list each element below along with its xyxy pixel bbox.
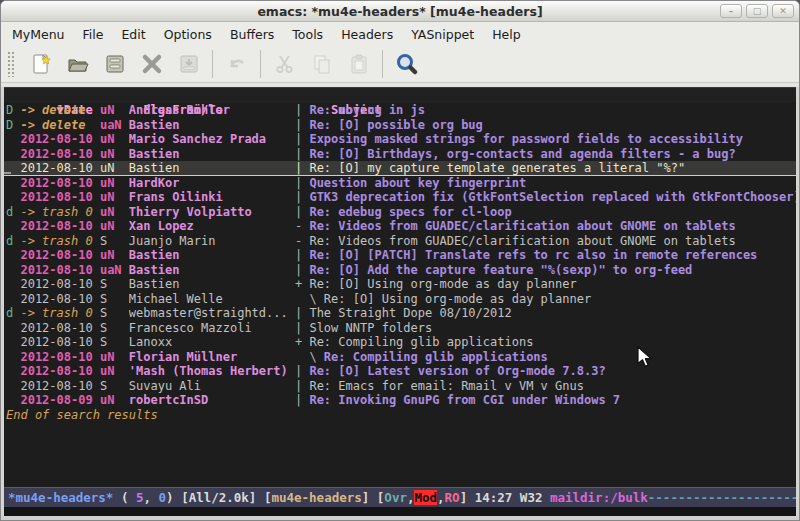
mark-char: d (6, 234, 20, 249)
window-bottom-border (1, 516, 799, 521)
menu-item-yasnippet[interactable]: YASnippet (402, 24, 483, 45)
from-cell: Bastien (129, 263, 288, 278)
message-row[interactable]: 2012-08-10uNBastien | Re: [O] [PATCH] Tr… (4, 248, 796, 263)
emacs-window: emacs: *mu4e-headers* [mu4e-headers] – □… (0, 0, 800, 521)
thread-prefix: \ (288, 350, 324, 365)
thread-prefix: | (288, 161, 310, 176)
copy-icon (309, 51, 335, 77)
from-cell: Andreas Röhler (129, 103, 288, 118)
message-row[interactable]: d-> trash 0uNThierry Volpiatto | Re: ede… (4, 205, 796, 220)
message-row[interactable]: 2012-08-09uNrobertcInSD | Re: Invoking G… (4, 393, 796, 408)
message-row[interactable]: d-> trash 0SJuanjo Marin - Re: Videos fr… (4, 234, 796, 249)
message-row[interactable]: 2012-08-10uN'Mash (Thomas Herbert) | Re:… (4, 364, 796, 379)
message-row[interactable]: 2012-08-10uNBastien | Re: [O] Birthdays,… (4, 147, 796, 162)
mark-char: D (6, 103, 20, 118)
thread-prefix: | (288, 364, 310, 379)
flags-cell: uN (100, 190, 129, 205)
date-cell: 2012-08-10 (20, 379, 99, 394)
menu-item-tools[interactable]: Tools (283, 24, 332, 45)
toolbar-separator (382, 50, 383, 78)
mark-char: D (6, 118, 20, 133)
date-cell: 2012-08-10 (20, 132, 99, 147)
search-icon[interactable] (394, 51, 420, 77)
titlebar[interactable]: emacs: *mu4e-headers* [mu4e-headers] – □… (1, 1, 799, 22)
cut-icon (272, 51, 298, 77)
flags-cell: S (100, 292, 129, 307)
subject-cell: Re: [O] Latest version of Org-mode 7.8.3… (309, 364, 605, 379)
menu-item-headers[interactable]: Headers (332, 24, 402, 45)
subject-cell: Question about key fingerprint (309, 176, 526, 191)
menu-item-mymenu[interactable]: MyMenu (3, 24, 74, 45)
menu-item-file[interactable]: File (74, 24, 113, 45)
mode-line: *mu4e-headers* ( 5, 0) [All/2.0k] [mu4e-… (4, 487, 796, 507)
flags-cell: S (100, 335, 129, 350)
modeline-mode-name: mu4e-headers (271, 490, 361, 505)
message-row[interactable]: 2012-08-10uaNBastien | Re: [O] Add the c… (4, 263, 796, 278)
flags-cell: S (100, 321, 129, 336)
message-row[interactable]: 2012-08-10uNBastien | Re: [O] my capture… (4, 161, 796, 176)
message-row[interactable]: D-> deleteuNAndreas Röhler | Re: moving … (4, 103, 796, 118)
mu4e-headers-buffer[interactable]: ▼DateFlgsFrom/ToSubject D-> deleteuNAndr… (4, 87, 796, 487)
from-cell: Bastien (129, 248, 288, 263)
menu-item-options[interactable]: Options (155, 24, 221, 45)
open-folder-icon[interactable] (65, 51, 91, 77)
minimize-button[interactable]: – (720, 4, 742, 18)
message-row[interactable]: 2012-08-10SMichael Welle \ Re: [O] Using… (4, 292, 796, 307)
date-cell: 2012-08-10 (20, 176, 99, 191)
modeline-ovr: Ovr (384, 490, 407, 505)
menu-item-edit[interactable]: Edit (112, 24, 154, 45)
message-row[interactable]: 2012-08-10SLanoxx + Re: Compiling glib a… (4, 335, 796, 350)
from-cell: Francesco Mazzoli (129, 321, 288, 336)
message-row[interactable]: 2012-08-10uNFlorian Müllner \ Re: Compil… (4, 350, 796, 365)
subject-cell: Re: moving in js (309, 103, 425, 118)
save-icon[interactable] (102, 51, 128, 77)
modeline-plain: ) (166, 490, 181, 505)
menu-item-help[interactable]: Help (483, 24, 530, 45)
thread-prefix: | (288, 205, 310, 220)
date-cell: 2012-08-10 (20, 321, 99, 336)
menu-item-buffers[interactable]: Buffers (221, 24, 283, 45)
thread-prefix: | (288, 321, 310, 336)
message-row[interactable]: 2012-08-10SFrancesco Mazzoli | Slow NNTP… (4, 321, 796, 336)
message-row[interactable]: 2012-08-10SSuvayu Ali | Re: Emacs for em… (4, 379, 796, 394)
toolbar-drag-handle[interactable] (7, 51, 15, 77)
mark-char: d (6, 205, 20, 220)
modeline-plain: 14:27 W32 (475, 490, 550, 505)
from-cell: Suvayu Ali (129, 379, 288, 394)
date-cell: 2012-08-10 (20, 277, 99, 292)
from-cell: Frans Oilinki (129, 190, 288, 205)
close-buffer-icon[interactable] (139, 51, 165, 77)
date-cell: 2012-08-10 (20, 219, 99, 234)
thread-prefix: | (288, 103, 310, 118)
toolbar (1, 46, 799, 83)
modeline-count-other: 0 (159, 490, 167, 505)
message-row[interactable]: 2012-08-10uNXan Lopez - Re: Videos from … (4, 219, 796, 234)
message-row[interactable]: 2012-08-10uNMario Sanchez Prada | Exposi… (4, 132, 796, 147)
message-row[interactable]: 2012-08-10SBastien + Re: [O] Using org-m… (4, 277, 796, 292)
subject-cell: Exposing masked strings for password fie… (309, 132, 742, 147)
close-button[interactable]: ✕ (772, 4, 794, 18)
from-cell: Juanjo Marin (129, 234, 288, 249)
subject-cell: Re: [O] Using org-mode as day planner (324, 292, 591, 307)
minibuffer[interactable] (4, 507, 796, 516)
message-row[interactable]: D-> deleteuaNBastien | Re: [O] possible … (4, 118, 796, 133)
message-row[interactable]: d-> trash 0Swebmaster@straightd... | The… (4, 306, 796, 321)
from-cell: Bastien (129, 161, 288, 176)
message-row[interactable]: 2012-08-10uNHardKor | Question about key… (4, 176, 796, 191)
thread-prefix: + (288, 335, 310, 350)
message-row[interactable]: 2012-08-10uNFrans Oilinki | GTK3 depreca… (4, 190, 796, 205)
flags-cell: uN (100, 103, 129, 118)
modeline-maildir: maildir:/bulk (550, 490, 648, 505)
flags-cell: uN (100, 219, 129, 234)
subject-cell: GTK3 deprecation fix (GtkFontSelection r… (309, 190, 796, 205)
subject-cell: Re: [O] Using org-mode as day planner (309, 277, 576, 292)
subject-cell: Re: edebug specs for cl-loop (309, 205, 511, 220)
headers-column-row: ▼DateFlgsFrom/ToSubject (4, 88, 796, 103)
subject-cell: Re: [O] [PATCH] Translate refs to rc als… (309, 248, 757, 263)
thread-prefix: + (288, 277, 310, 292)
flags-cell: uN (100, 161, 129, 176)
from-cell: Thierry Volpiatto (129, 205, 288, 220)
new-file-icon[interactable] (28, 51, 54, 77)
maximize-button[interactable]: □ (746, 4, 768, 18)
flags-cell: uaN (100, 263, 129, 278)
